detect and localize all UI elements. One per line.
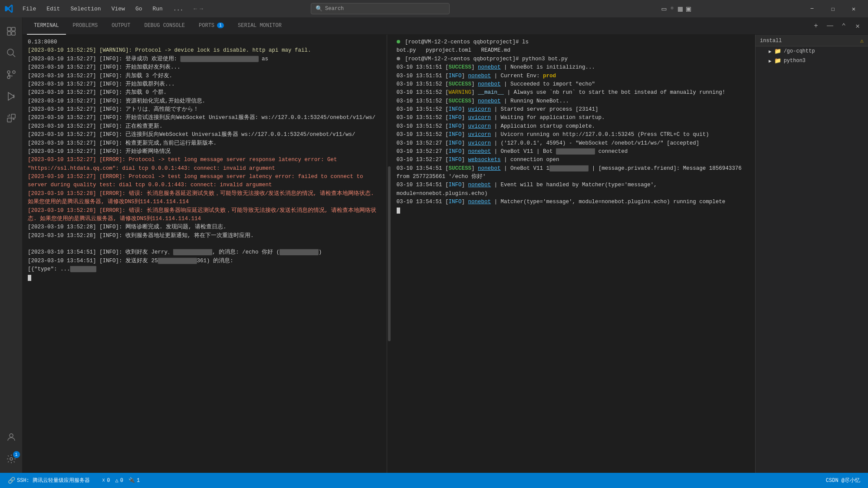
terminal-left[interactable]: 0.13:8080 [2023-03-10 13:52:25] [WARNING…	[23, 35, 387, 473]
terminal-line: [2023-03-10 13:52:27] [INFO]: 共加载 0 个群.	[28, 89, 381, 97]
explorer-folder-python3[interactable]: ▶ 📁 python3	[756, 56, 868, 66]
terminal-line: [2023-03-10 13:52:27] [INFO]: 检查更新完成,当前已…	[28, 139, 381, 148]
layout-grid-icon[interactable]: ▦	[678, 4, 683, 13]
svg-rect-3	[12, 32, 15, 35]
svg-line-5	[13, 55, 15, 57]
terminal-line: [2023-03-10 13:52:25] [WARNING]: Protoco…	[28, 46, 381, 55]
search-icon: 🔍	[316, 5, 322, 12]
terminal-line: [2023-03-10 13:52:27] [INFO]: 正在检查更新.	[28, 122, 381, 131]
tab-terminal[interactable]: TERMINAL	[27, 17, 66, 35]
status-errors[interactable]: ☓ 0 △ 0 🔌 1	[99, 473, 142, 488]
warning-icon-status: △	[115, 477, 118, 484]
search-bar[interactable]: 🔍 Search	[311, 3, 450, 14]
forward-icon[interactable]: →	[200, 6, 203, 12]
activity-explorer[interactable]	[1, 21, 22, 42]
folder-name2: python3	[784, 58, 806, 64]
close-button[interactable]: ✕	[844, 2, 864, 15]
menu-more[interactable]: ...	[170, 4, 187, 14]
menu-file[interactable]: File	[19, 4, 39, 14]
terminal-line: 03-10 13:52:27 [INFO] uvicorn | ('127.0.…	[397, 139, 750, 148]
window-controls: − ☐ ✕	[802, 2, 864, 15]
terminal-scrollbar[interactable]	[387, 35, 391, 473]
split-terminal-button[interactable]: ⸻	[824, 20, 836, 32]
close-panel-button[interactable]: ✕	[852, 20, 864, 32]
tab-ports[interactable]: PORTS 1	[192, 17, 231, 35]
install-label: install	[760, 38, 782, 44]
terminal-line: [2023-03-10 13:52:27] [ERROR]: Protocol …	[28, 173, 381, 190]
app-layout: 1 TERMINAL PROBLEMS OUTPUT DEBUG CONSOLE…	[0, 17, 868, 473]
menu-go[interactable]: Go	[132, 4, 146, 14]
statusbar: 🔗 SSH: 腾讯云轻量级应用服务器 ☓ 0 △ 0 🔌 1 CSDN @尽小忆	[0, 473, 868, 488]
back-icon[interactable]: ←	[194, 6, 197, 12]
terminal-line: bot.py pyproject.toml README.md	[397, 46, 750, 55]
tab-terminal-label: TERMINAL	[34, 23, 59, 29]
explorer-folder-go-cqhttp[interactable]: ▶ 📁 /go-cqhttp	[756, 46, 868, 56]
svg-rect-2	[7, 32, 11, 35]
svg-point-7	[7, 71, 10, 73]
layout-panel-icon[interactable]: ▫	[670, 4, 674, 13]
error-icon: ☓	[102, 477, 105, 484]
chevron-right-icon2: ▶	[769, 58, 772, 64]
nav-arrows: ← →	[194, 6, 203, 12]
folder-icon: 📁	[774, 48, 781, 55]
activity-bar: 1	[0, 17, 23, 473]
terminal-line: [2023-03-10 13:54:51] [INFO]: 收到好友 Jerry…	[28, 248, 381, 257]
terminal-line: [2023-03-10 13:52:27] [INFO]: 已连接到反向WebS…	[28, 131, 381, 139]
tab-serial-label: SERIAL MONITOR	[238, 23, 282, 29]
status-ssh[interactable]: 🔗 SSH: 腾讯云轻量级应用服务器	[5, 473, 92, 488]
terminal-line: 03-10 13:51:52 [SUCCESS] nonebot | Runni…	[397, 97, 750, 106]
terminal-line: 03-10 13:51:52 [INFO] uvicorn | Uvicorn …	[397, 131, 750, 139]
svg-rect-12	[11, 114, 15, 118]
svg-rect-1	[12, 27, 15, 31]
remote-icon: 🔗	[8, 477, 15, 484]
menu-view[interactable]: View	[108, 4, 128, 14]
settings-badge: 1	[13, 451, 20, 458]
tab-output[interactable]: OUTPUT	[105, 17, 137, 35]
vscode-icon	[4, 4, 14, 13]
layout-custom-icon[interactable]: ▣	[686, 4, 691, 13]
folder-name: /go-cqhttp	[784, 48, 815, 54]
terminal-tabs: TERMINAL PROBLEMS OUTPUT DEBUG CONSOLE P…	[23, 17, 868, 35]
maximize-button[interactable]: ☐	[823, 2, 843, 15]
terminal-line: [2023-03-10 13:52:28] [ERROR]: 错误: 长消息服务…	[28, 190, 381, 207]
menu-edit[interactable]: Edit	[43, 4, 63, 14]
tab-serial-monitor[interactable]: SERIAL MONITOR	[231, 17, 289, 35]
tab-debug-label: DEBUG CONSOLE	[144, 23, 185, 29]
tab-debug-console[interactable]: DEBUG CONSOLE	[137, 17, 192, 35]
activity-run[interactable]	[1, 86, 22, 107]
terminal-line: [2023-03-10 13:52:27] [ERROR]: Protocol …	[28, 156, 381, 173]
maximize-panel-button[interactable]: ⌃	[838, 20, 850, 32]
activity-account[interactable]	[1, 427, 22, 448]
activity-source-control[interactable]	[1, 64, 22, 85]
terminal-line: [2023-03-10 13:52:27] [INFO]: 资源初始化完成,开始…	[28, 97, 381, 106]
svg-point-13	[10, 434, 13, 437]
minimize-button[interactable]: −	[802, 2, 822, 15]
svg-rect-11	[7, 118, 11, 122]
activity-settings[interactable]: 1	[1, 448, 22, 469]
menu-selection[interactable]: Selection	[67, 4, 104, 14]
activity-extensions[interactable]	[1, 108, 22, 129]
menu-run[interactable]: Run	[149, 4, 166, 14]
new-terminal-button[interactable]: +	[810, 20, 822, 32]
terminal-line: [2023-03-10 13:52:28] [INFO]: 网络诊断完成. 发现…	[28, 223, 381, 231]
layout-sidebar-icon[interactable]: ▭	[661, 4, 666, 13]
terminal-line: 03-10 13:51:51 [INFO] nonebot | Current …	[397, 72, 750, 80]
port-icon: 🔌	[128, 477, 135, 484]
tab-problems[interactable]: PROBLEMS	[66, 17, 105, 35]
terminal-line: [2023-03-10 13:52:27] [INFO]: 开始诊断网络情况	[28, 148, 381, 156]
terminal-line: 03-10 13:52:27 [INFO] websockets | conne…	[397, 156, 750, 164]
terminal-line: 03-10 13:51:51 [SUCCESS] nonebot | NoneB…	[397, 63, 750, 72]
terminal-right[interactable]: [root@VM-12-2-centos qqbotproject]# ls b…	[391, 35, 756, 473]
status-right: CSDN @尽小忆	[823, 477, 863, 484]
tab-output-label: OUTPUT	[112, 23, 130, 29]
tab-actions: + ⸻ ⌃ ✕	[810, 20, 864, 32]
status-csdn[interactable]: CSDN @尽小忆	[823, 477, 863, 484]
terminal-cursor-line	[397, 207, 750, 215]
status-ssh-label: SSH: 腾讯云轻量级应用服务器	[17, 477, 90, 484]
main-area: TERMINAL PROBLEMS OUTPUT DEBUG CONSOLE P…	[23, 17, 868, 473]
terminal-line: 03-10 13:52:27 [INFO] nonebot | OneBot V…	[397, 148, 750, 156]
terminal-line: [2023-03-10 13:52:28] [ERROR]: 错误: 长消息服务…	[28, 207, 381, 224]
terminal-line: 03-10 13:54:51 [SUCCESS] nonebot | OneBo…	[397, 165, 750, 181]
ports-badge: 1	[217, 23, 224, 28]
activity-search[interactable]	[1, 43, 22, 63]
